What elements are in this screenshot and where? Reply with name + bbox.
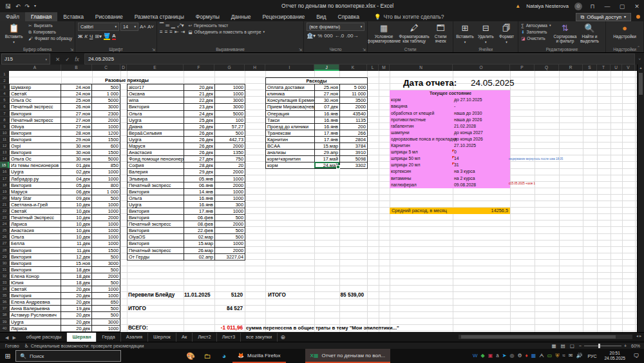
table-cell[interactable]: Виктория <box>10 150 61 156</box>
table-cell[interactable]: 02.мар <box>184 234 215 240</box>
warning-icon[interactable]: ▲ <box>515 3 520 9</box>
table-cell[interactable]: 20.дек <box>61 326 92 332</box>
table-cell[interactable]: BCAA <box>266 143 315 150</box>
table-cell[interactable]: 1000 <box>92 208 120 215</box>
table-cell[interactable]: 500 <box>92 84 120 91</box>
table-cell[interactable]: 3500 <box>340 97 368 104</box>
table-cell[interactable]: 29.ноя <box>61 137 92 143</box>
column-header-V[interactable]: V <box>622 64 635 71</box>
table-cell[interactable]: СветаК <box>10 208 61 215</box>
table-cell[interactable]: 500 <box>215 228 245 234</box>
table-cell[interactable]: 28.дек <box>184 162 215 169</box>
row-header-13[interactable]: 13 <box>0 149 9 155</box>
table-cell[interactable]: Фонд помощи пенсионеров <box>128 156 184 162</box>
tell-me-box[interactable]: 💡 Что вы хотите сделать? <box>365 12 444 21</box>
column-header-A[interactable]: A <box>9 64 61 71</box>
table-cell[interactable]: Маруся <box>128 143 184 150</box>
table-cell[interactable]: 06.дек <box>61 189 92 195</box>
align-center-icon[interactable]: ≡ <box>165 29 168 35</box>
selected-cell[interactable] <box>314 162 339 168</box>
table-cell[interactable]: 2000 <box>215 248 245 254</box>
sheet-tab-Лист2[interactable]: Лист2 <box>193 333 216 342</box>
tray-teams-icon[interactable]: ▦ <box>531 353 536 358</box>
table-cell[interactable]: 5000 <box>215 111 245 117</box>
cell-styles-button[interactable]: 🗔Стили ячеек <box>431 23 450 43</box>
sheet-tab-Азалия[interactable]: Азалия <box>121 333 148 342</box>
table-cell[interactable]: 04.дек <box>61 176 92 182</box>
column-header-L[interactable]: L <box>367 64 379 71</box>
row-header-18[interactable]: 18 <box>0 182 9 188</box>
table-cell[interactable]: 08.фев <box>184 221 215 228</box>
table-cell[interactable]: Такси <box>266 117 315 124</box>
row-header-6[interactable]: 6 <box>0 103 9 110</box>
table-cell[interactable]: 24.ноя <box>61 91 92 97</box>
table-cell[interactable]: 12.дек <box>61 254 92 260</box>
table-cell[interactable]: Виктория <box>128 240 184 247</box>
delete-cells-button[interactable]: ⊟Удалить▾ <box>477 23 495 44</box>
zoom-in-icon[interactable]: + <box>624 344 627 348</box>
edge-browser-icon[interactable]: ◕ <box>216 352 232 360</box>
row-header-3[interactable]: 3 <box>0 84 9 90</box>
ribbon-tab-Главная[interactable]: Главная <box>25 12 57 21</box>
table-cell[interactable]: 2000 <box>92 273 120 280</box>
table-cell[interactable]: 1000 <box>92 286 120 293</box>
row-header-16[interactable]: 16 <box>0 168 9 175</box>
table-cell[interactable]: 20.дек <box>184 84 215 91</box>
increase-font-icon[interactable]: А˄ <box>140 24 146 30</box>
row-header-30[interactable]: 30 <box>0 260 9 266</box>
table-cell[interactable]: 24.ноя <box>61 84 92 91</box>
table-cell[interactable]: 1350 <box>215 150 245 156</box>
table-cell[interactable]: 26.дек <box>184 137 215 143</box>
table-cell[interactable]: 27.дек <box>184 156 215 162</box>
table-cell[interactable]: 500 <box>92 280 120 286</box>
sheet-tab-Лист3[interactable]: Лист3 <box>217 333 241 342</box>
ribbon-tab-Данные[interactable]: Данные <box>225 12 257 21</box>
table-cell[interactable]: Ольга Ос <box>10 156 61 162</box>
table-cell[interactable]: 43540 <box>340 111 368 117</box>
table-cell[interactable]: 500 <box>215 234 245 240</box>
table-cell[interactable]: 1000 <box>215 84 245 91</box>
table-cell[interactable]: 750 <box>215 156 245 162</box>
vertical-scroll-thumb[interactable] <box>639 73 643 95</box>
table-cell[interactable]: Виктория <box>10 137 61 143</box>
ribbon-tab-Рецензирование[interactable]: Рецензирование <box>257 12 311 21</box>
row-header-20[interactable]: 20 <box>0 195 9 201</box>
indent-decrease-icon[interactable]: ⇤ <box>175 29 179 35</box>
autosum-button[interactable]: ∑Автосумма▾ <box>521 23 551 28</box>
tray-record-icon[interactable]: ▣ <box>488 353 493 358</box>
table-cell[interactable]: Виктория <box>10 293 61 299</box>
align-middle-icon[interactable]: ═ <box>166 23 169 28</box>
table-cell[interactable]: 1000 <box>215 208 245 215</box>
table-cell[interactable]: 09.дек <box>61 195 92 202</box>
table-cell[interactable]: 19.дек <box>61 306 92 312</box>
table-cell[interactable]: 29.дек <box>184 169 215 175</box>
tray-vpn-icon[interactable]: ◆ <box>481 353 485 358</box>
vertical-scrollbar[interactable]: ▲ <box>637 64 644 332</box>
column-header-E[interactable]: E <box>127 64 184 71</box>
row-header-28[interactable]: 28 <box>0 247 9 253</box>
close-button[interactable]: ✕ <box>632 3 641 10</box>
collapse-ribbon-icon[interactable]: ⌃ <box>637 45 640 50</box>
table-cell[interactable]: Эльвира <box>128 176 184 182</box>
row-header-32[interactable]: 32 <box>0 273 9 279</box>
start-button[interactable]: ⊞ <box>0 352 15 360</box>
table-cell[interactable]: Проезд до клиники <box>266 124 315 130</box>
paint-app-icon[interactable]: 🎨 <box>182 352 199 360</box>
table-cell[interactable]: Анастасия <box>10 228 61 234</box>
tray-monitor-icon[interactable]: ▭ <box>547 353 553 358</box>
table-cell[interactable]: 3910 <box>340 150 368 156</box>
taskbar-firefox[interactable]: 🦊 Mozilla Firefox <box>232 349 286 363</box>
column-header-Q[interactable]: Q <box>535 64 559 71</box>
row-header-2[interactable]: 2 <box>0 77 9 84</box>
wrap-text-button[interactable]: ↩Переносить текст <box>188 23 265 28</box>
table-cell[interactable]: Диана <box>128 124 184 130</box>
income-table[interactable]: Шумахер24.ноя500СветаК24.ноя1 000Ольга О… <box>9 84 120 332</box>
table-cell[interactable]: 800 <box>92 182 120 189</box>
column-header-F[interactable]: F <box>184 64 214 71</box>
table-cell[interactable]: 2000 <box>215 169 245 175</box>
table-cell[interactable]: Операция <box>266 111 315 117</box>
table-cell[interactable]: 25.ноя <box>315 84 340 91</box>
format-painter-button[interactable]: 🖌Формат по образцу <box>28 35 72 41</box>
table-cell[interactable]: 3000 <box>92 260 120 267</box>
table-cell[interactable]: 30.ноя <box>61 156 92 162</box>
